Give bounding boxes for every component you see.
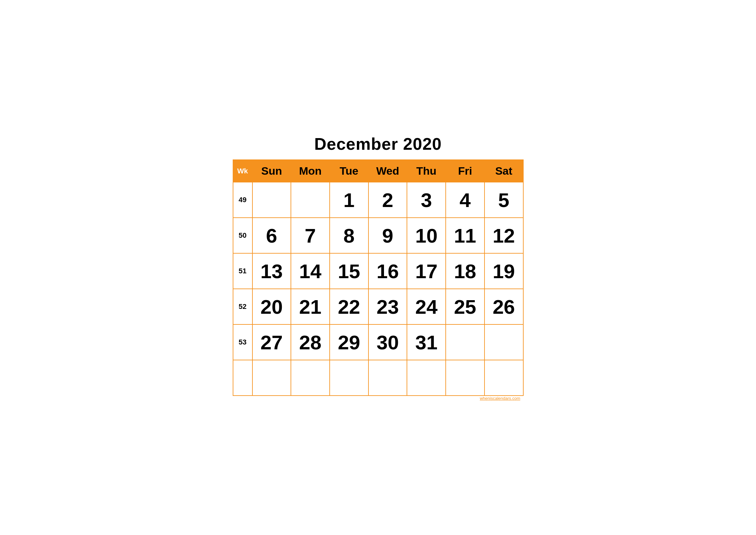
day-cell: 5 — [484, 182, 523, 218]
week-number-header: Wk — [233, 160, 253, 182]
day-cell — [484, 324, 523, 360]
table-row — [233, 360, 523, 396]
table-row: 506789101112 — [233, 218, 523, 253]
sunday-header: Sun — [253, 160, 291, 182]
day-cell: 15 — [330, 253, 368, 289]
table-row: 4912345 — [233, 182, 523, 218]
day-cell: 23 — [368, 289, 407, 324]
day-cell: 30 — [368, 324, 407, 360]
table-row: 532728293031 — [233, 324, 523, 360]
week-number-cell: 50 — [233, 218, 253, 253]
day-cell: 12 — [484, 218, 523, 253]
day-cell — [291, 182, 330, 218]
day-cell: 21 — [291, 289, 330, 324]
day-cell — [330, 360, 368, 396]
day-cell: 7 — [291, 218, 330, 253]
week-number-cell: 52 — [233, 289, 253, 324]
day-cell: 19 — [484, 253, 523, 289]
day-cell: 4 — [446, 182, 484, 218]
day-cell — [446, 360, 484, 396]
day-cell: 20 — [253, 289, 291, 324]
day-cell: 3 — [407, 182, 446, 218]
day-cell — [446, 324, 484, 360]
day-cell: 13 — [253, 253, 291, 289]
calendar-table: Wk Sun Mon Tue Wed Thu Fri Sat 491234550… — [233, 159, 524, 396]
day-cell: 29 — [330, 324, 368, 360]
day-cell: 18 — [446, 253, 484, 289]
calendar-body: 4912345506789101112511314151617181952202… — [233, 182, 523, 396]
day-cell: 14 — [291, 253, 330, 289]
day-cell: 22 — [330, 289, 368, 324]
day-cell — [368, 360, 407, 396]
friday-header: Fri — [446, 160, 484, 182]
day-cell — [253, 182, 291, 218]
monday-header: Mon — [291, 160, 330, 182]
tuesday-header: Tue — [330, 160, 368, 182]
day-cell: 2 — [368, 182, 407, 218]
day-cell — [407, 360, 446, 396]
header-row: Wk Sun Mon Tue Wed Thu Fri Sat — [233, 160, 523, 182]
week-number-cell: 51 — [233, 253, 253, 289]
day-cell: 9 — [368, 218, 407, 253]
wednesday-header: Wed — [368, 160, 407, 182]
day-cell: 6 — [253, 218, 291, 253]
day-cell: 8 — [330, 218, 368, 253]
table-row: 5220212223242526 — [233, 289, 523, 324]
week-number-cell: 49 — [233, 182, 253, 218]
watermark-link[interactable]: wheniscalendars.com — [480, 396, 520, 401]
day-cell — [291, 360, 330, 396]
day-cell: 1 — [330, 182, 368, 218]
day-cell: 16 — [368, 253, 407, 289]
week-number-cell — [233, 360, 253, 396]
saturday-header: Sat — [484, 160, 523, 182]
day-cell — [253, 360, 291, 396]
day-cell: 11 — [446, 218, 484, 253]
watermark: wheniscalendars.com — [233, 396, 524, 401]
calendar-title: December 2020 — [233, 134, 524, 154]
day-cell: 17 — [407, 253, 446, 289]
day-cell: 27 — [253, 324, 291, 360]
day-cell — [484, 360, 523, 396]
week-number-cell: 53 — [233, 324, 253, 360]
thursday-header: Thu — [407, 160, 446, 182]
day-cell: 24 — [407, 289, 446, 324]
table-row: 5113141516171819 — [233, 253, 523, 289]
day-cell: 25 — [446, 289, 484, 324]
day-cell: 28 — [291, 324, 330, 360]
watermark-text: wheniscalendars.com — [480, 396, 520, 401]
day-cell: 26 — [484, 289, 523, 324]
calendar-container: December 2020 Wk Sun Mon Tue Wed Thu Fri… — [233, 134, 524, 401]
day-cell: 31 — [407, 324, 446, 360]
day-cell: 10 — [407, 218, 446, 253]
